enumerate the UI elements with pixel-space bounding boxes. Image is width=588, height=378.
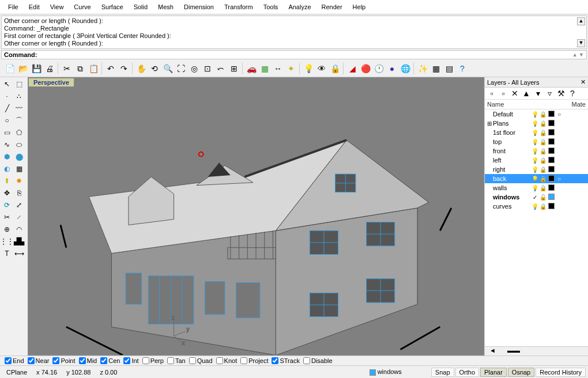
layer-row-1st-floor[interactable]: 1st floor💡🔒 [485, 128, 588, 137]
menu-help[interactable]: Help [348, 2, 371, 12]
lasso-icon[interactable]: ⬚ [13, 78, 25, 90]
car-icon[interactable]: 🚗 [245, 62, 258, 75]
status-layer[interactable]: windows [365, 367, 406, 377]
new-sublayer-icon[interactable]: ▫ [499, 89, 508, 98]
rotate-view-icon[interactable]: ⟲ [148, 62, 161, 75]
layer-row-top[interactable]: top💡🔒 [485, 137, 588, 146]
history-scroll[interactable]: ▲▼ [577, 17, 585, 47]
layer-row-walls[interactable]: walls💡🔒 [485, 183, 588, 192]
rectangle-icon[interactable]: ▭ [1, 127, 13, 138]
four-view-icon[interactable]: ⊞ [228, 62, 240, 75]
osnap-strack[interactable]: STrack [272, 357, 299, 364]
osnap-point[interactable]: Point [52, 357, 75, 364]
menu-solid[interactable]: Solid [129, 2, 152, 12]
move-tool-icon[interactable]: ✥ [1, 187, 13, 199]
array-icon[interactable]: ⋮⋮ [1, 236, 13, 247]
menu-tools[interactable]: Tools [259, 2, 283, 12]
render-color-icon[interactable]: 🔴 [359, 62, 372, 75]
print-icon[interactable]: 🖨 [43, 62, 56, 75]
globe-icon[interactable]: 🌐 [399, 62, 412, 75]
status-record-history[interactable]: Record History [536, 368, 586, 377]
cylinder-icon[interactable]: ⬤ [13, 151, 25, 162]
menu-surface[interactable]: Surface [97, 2, 128, 12]
points-icon[interactable]: ∴ [13, 90, 25, 102]
mesh-icon[interactable]: ▦ [13, 163, 25, 175]
curve-icon[interactable]: ∿ [1, 139, 13, 150]
zoom-selected-icon[interactable]: ⊡ [201, 62, 214, 75]
perspective-viewport[interactable]: Perspective [28, 77, 484, 356]
history-toggles[interactable]: ▲ ▼ [572, 52, 584, 58]
layer-up-icon[interactable]: ▲ [522, 89, 531, 98]
lock-icon[interactable]: 🔒 [329, 62, 341, 75]
layer-row-plans[interactable]: ⊞Plans💡🔒 [485, 119, 588, 128]
cut-icon[interactable]: ✂ [61, 62, 73, 75]
layer-row-windows[interactable]: windows✓🔓 [485, 192, 588, 202]
viewport-label[interactable]: Perspective [28, 78, 74, 87]
menu-render[interactable]: Render [317, 2, 347, 12]
mirror-icon[interactable]: ▟▙ [13, 236, 25, 247]
command-prompt[interactable]: Command: ▲ ▼ [1, 50, 587, 59]
render-sphere-icon[interactable]: ● [386, 62, 398, 75]
command-input[interactable] [39, 51, 572, 58]
menu-dimension[interactable]: Dimension [179, 2, 218, 12]
delete-layer-icon[interactable]: ✕ [510, 89, 519, 98]
redo-icon[interactable]: ↷ [118, 62, 130, 75]
fillet-icon[interactable]: ◠ [13, 224, 25, 235]
text-icon[interactable]: T [1, 248, 13, 259]
zoom-extents-icon[interactable]: ◎ [188, 62, 201, 75]
osnap-project[interactable]: Project [240, 357, 268, 364]
undo-view-icon[interactable]: ⤺ [214, 62, 227, 75]
menu-analyze[interactable]: Analyze [284, 2, 315, 12]
layer-down-icon[interactable]: ▾ [533, 89, 542, 98]
menu-view[interactable]: View [46, 2, 69, 12]
properties-icon[interactable]: 🕐 [372, 62, 385, 75]
explode-icon[interactable]: ✸ [13, 175, 25, 187]
dimension-icon[interactable]: ⟷ [13, 248, 25, 259]
layer-row-back[interactable]: back💡🔒○ [485, 174, 588, 183]
osnap-knot[interactable]: Knot [216, 357, 238, 364]
pointer-icon[interactable]: ↖ [1, 78, 13, 90]
join-icon[interactable]: ⊕ [1, 224, 13, 235]
layer-help-icon[interactable]: ? [568, 89, 577, 98]
menu-curve[interactable]: Curve [69, 2, 95, 12]
layer-row-front[interactable]: front💡🔒 [485, 146, 588, 156]
zoom-window-icon[interactable]: ⛶ [175, 62, 187, 75]
light-icon[interactable]: 💡 [302, 62, 315, 75]
rotate-tool-icon[interactable]: ⟳ [1, 199, 13, 211]
undo-icon[interactable]: ↶ [104, 62, 117, 75]
polygon-icon[interactable]: ⬠ [13, 127, 25, 138]
tools-icon[interactable]: ⚒ [556, 89, 566, 98]
point-icon[interactable]: · [1, 90, 13, 102]
surface-tool-icon[interactable]: ◐ [1, 163, 13, 175]
doc-properties-icon[interactable]: ▦ [429, 62, 442, 75]
layer-row-right[interactable]: right💡🔒 [485, 165, 588, 174]
layer-row-left[interactable]: left💡🔒 [485, 156, 588, 165]
menu-file[interactable]: File [3, 2, 23, 12]
scale-tool-icon[interactable]: ⤢ [13, 199, 25, 211]
layer-row-default[interactable]: Default💡🔒○ [485, 109, 588, 119]
ellipse-icon[interactable]: ⬭ [13, 139, 25, 150]
filter-icon[interactable]: ▿ [545, 89, 554, 98]
osnap-mid[interactable]: Mid [79, 357, 97, 364]
osnap-tan[interactable]: Tan [167, 357, 186, 364]
osnap-perp[interactable]: Perp [142, 357, 164, 364]
help-icon[interactable]: ? [456, 62, 469, 75]
osnap-end[interactable]: End [5, 357, 24, 364]
osnap-disable[interactable]: Disable [303, 357, 333, 364]
paste-icon[interactable]: 📋 [87, 62, 100, 75]
new-layer-icon[interactable]: ▫ [487, 89, 496, 98]
split-icon[interactable]: ⟋ [13, 211, 25, 223]
nudge-icon[interactable]: ✦ [285, 62, 297, 75]
toolbar-layout-icon[interactable]: ▤ [443, 62, 455, 75]
arc-icon[interactable]: ⌒ [13, 115, 25, 126]
trim-icon[interactable]: ✂ [1, 211, 13, 223]
new-icon[interactable]: 📄 [3, 62, 16, 75]
open-icon[interactable]: 📂 [17, 62, 29, 75]
move-icon[interactable]: ↔ [272, 62, 284, 75]
status-snap[interactable]: Snap [431, 368, 454, 377]
save-icon[interactable]: 💾 [30, 62, 43, 75]
extrude-icon[interactable]: ⬆ [1, 175, 13, 187]
status-ortho[interactable]: Ortho [455, 368, 480, 377]
pan-icon[interactable]: ✋ [135, 62, 148, 75]
options-icon[interactable]: ✨ [416, 62, 429, 75]
